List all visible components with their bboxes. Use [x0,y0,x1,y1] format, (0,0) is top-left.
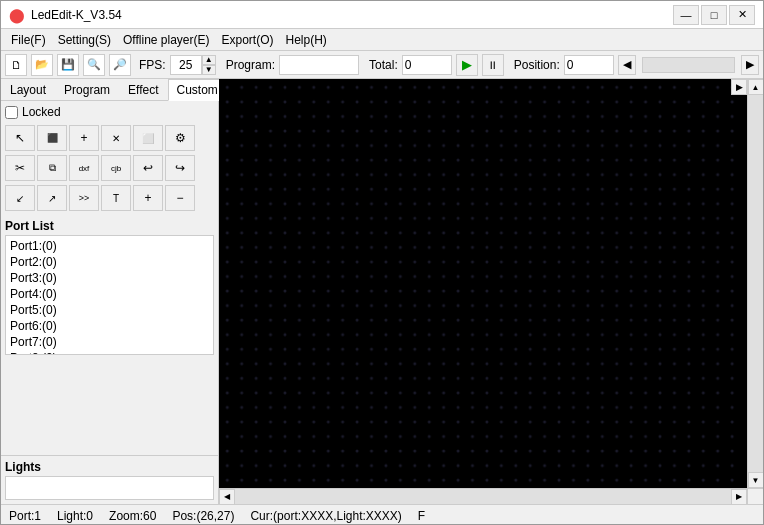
left-panel: Layout Program Effect Custom ◀ ▶ Locked … [1,79,219,504]
tool-copy[interactable]: ⧉ [37,155,67,181]
port-item-7[interactable]: Port7:(0) [8,334,211,350]
tool-undo[interactable]: ↩ [133,155,163,181]
close-button[interactable]: ✕ [729,5,755,25]
tool-forward[interactable]: >> [69,185,99,211]
menu-setting[interactable]: Setting(S) [52,31,117,49]
scroll-down-button[interactable]: ▼ [748,472,764,488]
tool-add[interactable]: + [69,125,99,151]
nav-left-button[interactable]: ◀ [618,55,636,75]
tab-program[interactable]: Program [55,79,119,101]
lights-input[interactable] [5,476,214,500]
maximize-button[interactable]: □ [701,5,727,25]
menu-file[interactable]: File(F) [5,31,52,49]
fps-label: FPS: [139,58,166,72]
scroll-up-button[interactable]: ▲ [748,79,764,95]
dot-canvas[interactable] [219,79,763,504]
port-list-section: Port List Port1:(0) Port2:(0) Port3:(0) … [5,219,214,355]
program-input[interactable] [279,55,359,75]
menu-export[interactable]: Export(O) [216,31,280,49]
locked-checkbox[interactable] [5,106,18,119]
tool-grid-row2: ✂ ⧉ dxf cjb ↩ ↪ [5,155,214,181]
menu-offline[interactable]: Offline player(E) [117,31,215,49]
tool-text[interactable]: T [101,185,131,211]
lights-label: Lights [5,460,214,474]
port-list-label: Port List [5,219,214,233]
position-label: Position: [514,58,560,72]
pause-button[interactable]: ⏸ [482,54,504,76]
tool-grid-row3: ↙ ↗ >> T + − [5,185,214,211]
tool-plus[interactable]: + [133,185,163,211]
tab-layout[interactable]: Layout [1,79,55,101]
tool-settings[interactable]: ⚙ [165,125,195,151]
tool-t1[interactable]: ↙ [5,185,35,211]
port-item-8[interactable]: Port8:(0) [8,350,211,355]
new-button[interactable]: 🗋 [5,54,27,76]
port-item-6[interactable]: Port6:(0) [8,318,211,334]
status-cur: Cur:(port:XXXX,Light:XXXX) [250,509,401,523]
tool-t2[interactable]: ↗ [37,185,67,211]
tool-select[interactable]: ↖ [5,125,35,151]
menu-bar: File(F) Setting(S) Offline player(E) Exp… [1,29,763,51]
status-extra: F [418,509,425,523]
fps-arrows: ▲ ▼ [202,55,216,75]
tabs: Layout Program Effect Custom ◀ ▶ [1,79,218,101]
port-item-1[interactable]: Port1:(0) [8,238,211,254]
status-port: Port:1 [9,509,41,523]
minimize-button[interactable]: — [673,5,699,25]
fps-input[interactable] [170,55,202,75]
lights-section: Lights [1,455,218,504]
tool-redo[interactable]: ↪ [165,155,195,181]
tab-effect[interactable]: Effect [119,79,167,101]
fps-down-arrow[interactable]: ▼ [202,65,216,75]
port-item-5[interactable]: Port5:(0) [8,302,211,318]
port-item-4[interactable]: Port4:(0) [8,286,211,302]
fps-up-arrow[interactable]: ▲ [202,55,216,65]
total-label: Total: [369,58,398,72]
scroll-right-button[interactable]: ▶ [731,489,747,505]
tool-rect[interactable]: ⬜ [133,125,163,151]
play-button[interactable]: ▶ [456,54,478,76]
program-label: Program: [226,58,275,72]
open-button[interactable]: 📂 [31,54,53,76]
tool-minus[interactable]: − [165,185,195,211]
total-input[interactable] [402,55,452,75]
scroll-h-track[interactable] [235,489,731,504]
scroll-corner [747,488,763,504]
scroll-v-track[interactable] [748,95,763,472]
locked-check: Locked [5,105,214,119]
title-controls: — □ ✕ [673,5,755,25]
search2-button[interactable]: 🔎 [109,54,131,76]
status-light: Light:0 [57,509,93,523]
scroll-left-button[interactable]: ◀ [219,489,235,505]
main-area: Layout Program Effect Custom ◀ ▶ Locked … [1,79,763,504]
tab-custom[interactable]: Custom [168,79,227,101]
title-left: ⬤ LedEdit-K_V3.54 [9,7,122,23]
port-list-box[interactable]: Port1:(0) Port2:(0) Port3:(0) Port4:(0) … [5,235,214,355]
status-bar: Port:1 Light:0 Zoom:60 Pos:(26,27) Cur:(… [1,504,763,525]
tool-grid-row1: ↖ ⬛ + ✕ ⬜ ⚙ [5,125,214,151]
status-zoom: Zoom:60 [109,509,156,523]
tool-dxf[interactable]: dxf [69,155,99,181]
port-item-2[interactable]: Port2:(0) [8,254,211,270]
vertical-scrollbar[interactable]: ▲ ▼ [747,79,763,488]
panel-content: Locked ↖ ⬛ + ✕ ⬜ ⚙ ✂ ⧉ dxf cjb ↩ ↪ [1,101,218,455]
fps-spinner: ▲ ▼ [170,55,216,75]
nav-right-button[interactable]: ▶ [741,55,759,75]
horizontal-scrollbar[interactable]: ◀ ▶ [219,488,747,504]
position-track[interactable] [642,57,735,73]
tool-cjb[interactable]: cjb [101,155,131,181]
app-icon: ⬤ [9,7,25,23]
save-button[interactable]: 💾 [57,54,79,76]
canvas-nav-right-button[interactable]: ▶ [731,79,747,95]
tool-cut[interactable]: ✂ [5,155,35,181]
position-input[interactable] [564,55,614,75]
menu-help[interactable]: Help(H) [280,31,333,49]
port-item-3[interactable]: Port3:(0) [8,270,211,286]
canvas-area: ▲ ▼ ◀ ▶ ▶ [219,79,763,504]
tool-rect-select[interactable]: ⬛ [37,125,67,151]
title-text: LedEdit-K_V3.54 [31,8,122,22]
locked-label: Locked [22,105,61,119]
status-pos: Pos:(26,27) [172,509,234,523]
search-button[interactable]: 🔍 [83,54,105,76]
tool-delete[interactable]: ✕ [101,125,131,151]
